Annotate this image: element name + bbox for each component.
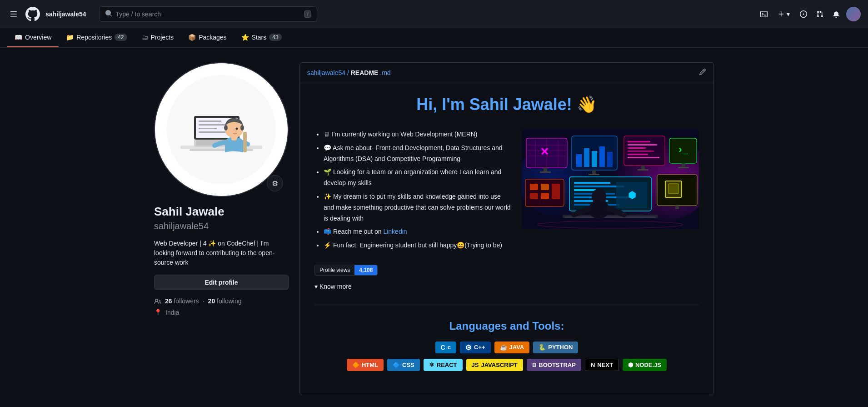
search-box[interactable]: Type / to search / [99,6,317,22]
add-dropdown-button[interactable]: ▾ [774,8,793,20]
site-header: sahiljawale54 Type / to search / ▾ [0,0,868,28]
user-avatar[interactable] [846,7,861,21]
readme-item-4: ✨ My dream is to put my skills and knowl… [324,191,511,224]
search-placeholder: Type / to search [116,10,301,18]
tab-packages-label: Packages [199,34,226,41]
languages-section: Languages and Tools: C c C++ ☕ [314,312,699,384]
following-label: following [217,297,241,305]
svg-rect-35 [576,154,582,167]
svg-rect-45 [628,144,657,146]
tab-repositories-label: Repositories [76,34,112,41]
terminal-button[interactable] [758,8,770,20]
bootstrap-label: BOOTSTRAP [539,362,576,368]
hamburger-button[interactable] [7,8,20,20]
location-icon: 📍 [154,309,162,316]
badge-java: ☕ JAVA [494,342,530,353]
badge-python: 🐍 PYTHON [533,342,578,353]
profile-avatar-container: ⚙ [154,62,289,197]
svg-rect-36 [584,148,589,167]
tab-overview[interactable]: 📖 Overview [7,28,59,47]
readme-path-user[interactable]: sahiljawale54 [307,69,345,76]
following-count: 20 [208,297,215,305]
followers-label: followers [174,297,199,305]
search-container: Type / to search / [99,6,317,22]
svg-rect-32 [540,171,551,173]
svg-rect-51 [638,169,649,171]
readme-item-1: 🖥 I'm currently working on Web Developme… [324,129,511,140]
cpp-label: C++ [474,344,485,351]
followers-link[interactable]: 26 followers [165,297,199,305]
following-link[interactable]: 20 following [208,297,242,305]
readme-content: Hi, I'm Sahil Jawale! 👋 🖥 I'm currently … [300,83,713,395]
svg-rect-49 [628,157,659,158]
badge-nodejs: ⬢ NODE.JS [623,359,667,371]
gear-icon: ⚙ [272,179,278,188]
readme-body: 🖥 I'm currently working on Web Developme… [314,129,699,254]
c-icon: C [441,344,445,351]
nodejs-icon: ⬢ [628,362,633,368]
issues-button[interactable] [797,8,810,20]
badge-bootstrap: B BOOTSTRAP [527,359,581,371]
header-username[interactable]: sahiljawale54 [45,10,86,18]
notifications-button[interactable] [830,8,843,20]
location-text: India [165,309,179,316]
svg-rect-40 [592,170,596,174]
languages-title: Languages and Tools: [314,320,699,332]
readme-hero-image: ✕ [522,129,699,229]
svg-rect-18 [243,132,247,137]
next-label: NEXT [597,362,613,368]
readme-item-5: 📫 Reach me out on Linkedin [324,226,511,237]
chevron-down-icon: ▾ [787,10,790,18]
pulls-button[interactable] [813,8,826,20]
java-label: JAVA [509,344,524,351]
svg-rect-48 [628,154,648,155]
profile-username: sahiljawale54 [154,221,289,231]
bootstrap-icon: B [532,362,536,368]
svg-point-16 [236,128,238,130]
svg-rect-37 [592,151,597,167]
tech-badges-row2: 🔶 HTML 🔷 CSS ⚛ REACT JS [314,359,699,371]
svg-rect-62 [541,193,549,199]
avatar-illustration [155,63,288,196]
readme-bullets: 🖥 I'm currently working on Web Developme… [314,129,511,254]
svg-rect-78 [668,184,678,194]
know-more-toggle[interactable]: ▾ Know more [314,283,699,290]
badge-c: C c [435,342,456,353]
readme-item-6: ⚡ Fun fact: Engineering student but stil… [324,240,511,251]
header-right: ▾ [758,7,861,21]
readme-list: 🖥 I'm currently working on Web Developme… [314,129,511,251]
svg-point-15 [240,125,244,131]
svg-rect-56 [678,167,689,168]
svg-text:✕: ✕ [540,146,549,158]
edit-profile-button[interactable]: Edit profile [154,275,289,290]
html-label: HTML [362,362,378,368]
python-label: PYTHON [548,344,573,351]
badge-react: ⚛ REACT [424,359,463,371]
tab-projects[interactable]: 🗂 Projects [135,28,181,47]
badge-next: N NEXT [585,359,619,371]
stars-badge: 43 [269,34,281,41]
badge-html: 🔶 HTML [347,359,384,371]
readme-path-ext: .md [380,69,390,76]
badge-cpp: C++ [460,342,491,353]
readme-edit-button[interactable] [699,68,706,77]
tab-stars[interactable]: ⭐ Stars 43 [234,28,289,47]
svg-point-14 [224,125,228,131]
svg-rect-38 [599,146,605,167]
c-label: c [448,344,451,351]
github-logo[interactable] [25,7,40,21]
overview-icon: 📖 [15,34,22,41]
divider [314,305,699,305]
linkedin-link[interactable]: Linkedin [383,228,407,235]
tab-overview-label: Overview [25,34,51,41]
repositories-badge: 42 [115,34,127,41]
profile-location: 📍 India [154,309,289,316]
know-more-label: ▾ Know more [314,283,352,290]
profile-bio: Web Developer | 4 ✨ on CodeChef | I'm lo… [154,239,289,267]
badge-javascript: JS JAVASCRIPT [466,359,523,371]
tab-repositories[interactable]: 📁 Repositories 42 [59,28,134,47]
tab-stars-label: Stars [252,34,267,41]
tab-packages[interactable]: 📦 Packages [181,28,234,47]
js-label: JAVASCRIPT [481,362,517,368]
profile-settings-icon[interactable]: ⚙ [267,175,283,191]
